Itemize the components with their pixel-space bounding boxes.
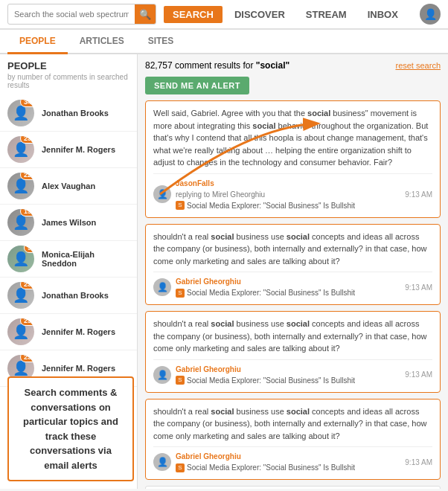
nav-stream[interactable]: STREAM [297,6,356,23]
search-bar: 🔍 [7,4,156,25]
source-icon: S [176,201,185,210]
comment-source: S Social Media Explorer: "Social Busines… [176,375,400,386]
sidebar-subtitle: by number of comments in searched result… [0,73,137,95]
person-badge: 222 [20,173,34,180]
load-more-button[interactable]: LOAD MORE COMMENTS [145,486,441,489]
person-item[interactable]: 👤 156 James Wilson [0,205,137,241]
person-badge: 236 [20,282,34,289]
comment-card: Well said, Gabriel. Agree with you that … [145,100,441,218]
source-icon: S [176,376,185,385]
person-name: Alex Vaughan [42,182,95,190]
nav-search[interactable]: SEARCH [164,6,223,23]
comment-author[interactable]: Gabriel Gheorghiu [176,276,400,287]
person-name: Jennifer M. Rogers [42,364,115,373]
person-badge: 345 [20,100,34,107]
tab-articles[interactable]: ARTICLES [68,30,136,54]
reset-search-link[interactable]: reset search [395,61,441,70]
person-name: Monica-Elijah Sneddon [42,250,129,268]
comment-source: S Social Media Explorer: "Social Busines… [176,287,400,298]
search-input[interactable] [8,7,135,22]
comment-source: S Social Media Explorer: "Social Busines… [176,200,400,211]
source-icon: S [176,289,185,298]
person-item[interactable]: 👤 236 Jonathan Brooks [0,277,137,314]
tooltip-box: Search comments & conversations on parti… [7,376,134,481]
person-item[interactable]: 👤 222 Alex Vaughan [0,168,137,205]
comment-meta: JasonFalls replying to Mirel Gheorghiu S… [176,178,400,211]
person-badge: 236 [20,136,34,144]
sidebar-title: PEOPLE [0,54,137,73]
comment-reply: replying to Mirel Gheorghiu [176,189,400,200]
comment-avatar: 👤 [153,278,171,296]
comment-footer: 👤 JasonFalls replying to Mirel Gheorghiu… [153,173,432,211]
comment-avatar: 👤 [153,453,171,471]
content-area: 82,757 comment results for "social" rese… [138,54,448,489]
content-header: 82,757 comment results for "social" rese… [145,60,441,71]
user-avatar[interactable]: 👤 [420,4,441,25]
comment-meta: Gabriel Gheorghiu S Social Media Explore… [176,451,400,473]
person-avatar: 👤 345 [7,100,34,126]
nav-inbox[interactable]: INBOX [359,6,407,23]
person-avatar: 👤 156 [7,209,34,236]
comment-author[interactable]: Gabriel Gheorghiu [176,451,400,462]
source-text: Social Media Explorer: "Social Business"… [187,375,355,386]
comment-text: shouldn't a real social business use soc… [153,318,432,355]
comment-source: S Social Media Explorer: "Social Busines… [176,462,400,473]
tab-people[interactable]: PEOPLE [7,30,68,54]
comment-text: Well said, Gabriel. Agree with you that … [153,107,432,169]
comment-card: shouldn't a real social business use soc… [145,311,441,393]
tabs: PEOPLE ARTICLES SITES [0,30,448,54]
comment-avatar: 👤 [153,366,171,384]
person-list: 👤 345 Jonathan Brooks 👤 236 Jennifer M. … [0,95,137,387]
person-badge: 236 [20,318,34,326]
comment-footer: 👤 Gabriel Gheorghiu S Social Media Explo… [153,359,432,386]
person-name: Jonathan Brooks [42,109,109,118]
search-icon-btn[interactable]: 🔍 [135,4,156,25]
person-name: Jennifer M. Rogers [42,327,115,336]
comment-author[interactable]: JasonFalls [176,178,400,189]
person-avatar: 👤 98 [7,246,34,272]
person-name: Jonathan Brooks [42,291,109,300]
tooltip-text: Search comments & conversations on parti… [23,387,118,471]
comment-meta: Gabriel Gheorghiu S Social Media Explore… [176,276,400,298]
comment-meta: Gabriel Gheorghiu S Social Media Explore… [176,364,400,386]
comment-card: shouldn't a real social business use soc… [145,399,441,481]
comment-card: shouldn't a real social business use soc… [145,224,441,306]
nav-discover[interactable]: DISCOVER [225,6,294,23]
comments-list: Well said, Gabriel. Agree with you that … [145,100,441,480]
comment-time: 9:13 AM [405,282,432,293]
comment-time: 9:13 AM [405,189,432,200]
results-count: 82,757 comment results for "social" [145,60,289,71]
comment-text: shouldn't a real social business use soc… [153,231,432,268]
tab-sites[interactable]: SITES [136,30,186,54]
source-text: Social Media Explorer: "Social Business"… [187,287,355,298]
comment-text: shouldn't a real social business use soc… [153,405,432,443]
person-avatar: 👤 236 [7,136,34,163]
header: 🔍 SEARCH DISCOVER STREAM INBOX 👤 [0,0,448,30]
source-text: Social Media Explorer: "Social Business"… [187,462,355,473]
person-item[interactable]: 👤 236 Jennifer M. Rogers [0,132,137,168]
person-avatar: 👤 236 [7,318,34,345]
source-text: Social Media Explorer: "Social Business"… [187,200,355,211]
person-badge: 156 [20,209,34,216]
person-item[interactable]: 👤 345 Jonathan Brooks [0,95,137,132]
comment-footer: 👤 Gabriel Gheorghiu S Social Media Explo… [153,272,432,298]
person-item[interactable]: 👤 236 Jennifer M. Rogers [0,314,137,350]
person-badge: 98 [24,246,34,253]
person-name: James Wilson [42,218,96,227]
comment-time: 9:13 AM [405,369,432,380]
person-avatar: 👤 222 [7,173,34,199]
person-item[interactable]: 👤 98 Monica-Elijah Sneddon [0,241,137,277]
comment-avatar: 👤 [153,185,171,203]
nav-items: SEARCH DISCOVER STREAM INBOX [164,6,407,23]
person-badge: 236 [20,355,34,362]
alert-button[interactable]: SEND ME AN ALERT [145,77,249,94]
comment-footer: 👤 Gabriel Gheorghiu S Social Media Explo… [153,446,432,473]
comment-author[interactable]: Gabriel Gheorghiu [176,364,400,375]
person-name: Jennifer M. Rogers [42,145,115,154]
comment-time: 9:13 AM [405,457,432,468]
person-avatar: 👤 236 [7,282,34,309]
source-icon: S [176,463,185,472]
